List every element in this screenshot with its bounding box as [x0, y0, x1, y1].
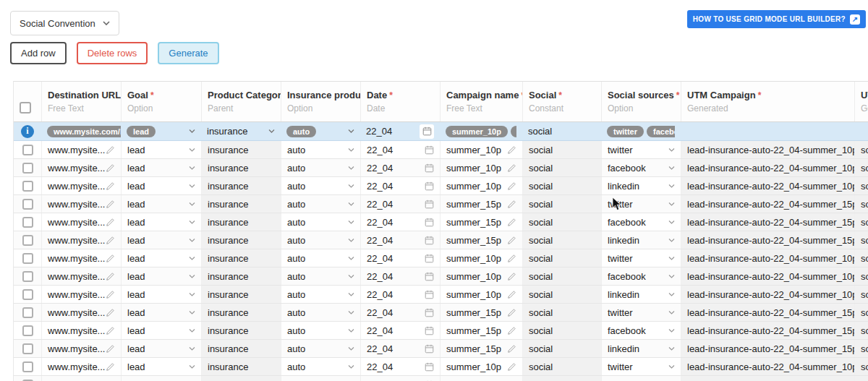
pencil-icon[interactable] — [106, 326, 115, 335]
calendar-icon[interactable] — [425, 200, 434, 209]
chevron-down-icon[interactable] — [189, 311, 195, 314]
social-sources-cell[interactable]: twitter — [601, 304, 681, 321]
pencil-icon[interactable] — [507, 308, 516, 317]
date-cell[interactable]: 22_04 — [360, 177, 440, 194]
row-checkbox[interactable] — [22, 343, 33, 354]
chevron-down-icon[interactable] — [668, 347, 675, 351]
pencil-icon[interactable] — [507, 163, 516, 173]
chevron-down-icon[interactable] — [189, 347, 195, 351]
chevron-down-icon[interactable] — [189, 129, 195, 133]
pencil-icon[interactable] — [106, 290, 115, 299]
pencil-icon[interactable] — [507, 236, 516, 245]
pencil-icon[interactable] — [106, 145, 115, 155]
help-button[interactable]: HOW TO USE GRID MODE URL BUILDER? ↗ — [687, 10, 866, 28]
chevron-down-icon[interactable] — [348, 311, 354, 314]
row-checkbox[interactable] — [22, 163, 33, 174]
calendar-icon[interactable] — [425, 181, 434, 191]
date-cell[interactable]: 22_04 — [360, 231, 440, 249]
calendar-icon[interactable] — [425, 218, 434, 227]
campaign-name-cell[interactable]: summer_10p — [440, 141, 522, 158]
campaign-chip[interactable]: summer_10p — [446, 126, 508, 137]
pencil-icon[interactable] — [106, 272, 115, 281]
social-sources-cell[interactable]: twitter — [601, 249, 681, 267]
row-checkbox[interactable] — [22, 217, 33, 228]
row-checkbox[interactable] — [22, 253, 33, 264]
row-checkbox[interactable] — [22, 235, 33, 246]
chevron-down-icon[interactable] — [189, 184, 195, 188]
chevron-down-icon[interactable] — [348, 347, 354, 351]
social-sources-cell[interactable]: facebook — [601, 322, 681, 339]
date-cell[interactable]: 22_04 — [360, 340, 440, 357]
chevron-down-icon[interactable] — [189, 221, 195, 224]
calendar-icon[interactable] — [425, 254, 434, 263]
destination-url-cell[interactable]: www.mysite... — [41, 141, 121, 158]
destination-url-cell[interactable]: www.mysite... — [41, 358, 121, 375]
goal-cell[interactable]: lead — [121, 286, 201, 303]
source-chip[interactable]: twitter — [607, 126, 644, 137]
chevron-down-icon[interactable] — [668, 365, 675, 369]
calendar-icon[interactable] — [425, 163, 434, 173]
pencil-icon[interactable] — [106, 218, 115, 227]
edit-insurance-products-cell[interactable]: auto — [281, 122, 360, 140]
edit-date-cell[interactable]: 22_04 — [360, 122, 440, 140]
social-sources-cell[interactable]: facebook — [601, 159, 681, 176]
goal-cell[interactable]: lead — [121, 159, 201, 176]
date-cell[interactable]: 22_04 — [360, 286, 440, 303]
goal-cell[interactable]: lead — [121, 340, 201, 357]
chevron-down-icon[interactable] — [348, 184, 354, 188]
goal-cell[interactable]: lead — [121, 141, 201, 158]
generate-button[interactable]: Generate — [158, 42, 218, 64]
pencil-icon[interactable] — [507, 218, 516, 227]
insurance-products-cell[interactable]: auto — [281, 304, 360, 321]
insurance-products-cell[interactable]: auto — [281, 376, 360, 381]
campaign-chip[interactable]: summer_ — [511, 126, 516, 137]
destination-url-cell[interactable]: www.mysite... — [41, 231, 121, 249]
date-cell[interactable]: 22_04 — [360, 195, 440, 213]
social-sources-cell[interactable]: linkedin — [601, 177, 681, 194]
insurance-products-cell[interactable]: auto — [281, 231, 360, 249]
row-checkbox[interactable] — [22, 181, 33, 192]
pencil-icon[interactable] — [507, 344, 516, 354]
date-cell[interactable]: 22_04 — [360, 249, 440, 267]
add-row-button[interactable]: Add row — [10, 42, 67, 64]
pencil-icon[interactable] — [507, 254, 516, 263]
chevron-down-icon[interactable] — [668, 293, 675, 296]
campaign-name-cell[interactable]: summer_10p — [440, 249, 522, 267]
chevron-down-icon[interactable] — [348, 257, 354, 260]
pencil-icon[interactable] — [106, 362, 115, 372]
edit-campaign-name-cell[interactable]: summer_10p summer_ — [440, 122, 522, 140]
destination-url-cell[interactable]: www.mysite... — [41, 213, 121, 231]
chevron-down-icon[interactable] — [189, 202, 195, 206]
row-checkbox[interactable] — [22, 271, 33, 282]
row-checkbox[interactable] — [22, 289, 33, 300]
insurance-products-cell[interactable]: auto — [281, 195, 360, 213]
calendar-icon[interactable] — [425, 362, 434, 372]
date-cell[interactable]: 22_04 — [360, 141, 440, 158]
source-chip[interactable]: facebook — [647, 126, 675, 137]
insurance-products-cell[interactable]: auto — [281, 177, 360, 194]
destination-url-cell[interactable]: www.mysite... — [41, 249, 121, 267]
pencil-icon[interactable] — [106, 308, 115, 317]
pencil-icon[interactable] — [507, 326, 516, 335]
goal-cell[interactable]: lead — [121, 195, 201, 213]
goal-cell[interactable]: lead — [121, 376, 201, 381]
pencil-icon[interactable] — [507, 200, 516, 209]
date-cell[interactable]: 22_04 — [360, 376, 440, 381]
chevron-down-icon[interactable] — [668, 275, 675, 278]
pencil-icon[interactable] — [507, 290, 516, 299]
campaign-name-cell[interactable]: summer_10p — [440, 159, 522, 176]
campaign-name-cell[interactable]: summer_15p — [440, 304, 522, 321]
chevron-down-icon[interactable] — [189, 257, 195, 260]
chevron-down-icon[interactable] — [348, 239, 354, 242]
row-checkbox[interactable] — [22, 307, 33, 318]
chevron-down-icon[interactable] — [189, 166, 195, 170]
select-all-checkbox[interactable] — [20, 102, 31, 114]
chevron-down-icon[interactable] — [348, 329, 354, 333]
pencil-icon[interactable] — [106, 181, 115, 191]
url-chip[interactable]: www.mysite.com/blog/a — [47, 126, 121, 137]
chevron-down-icon[interactable] — [348, 148, 354, 152]
chevron-down-icon[interactable] — [668, 148, 675, 152]
goal-cell[interactable]: lead — [121, 177, 201, 194]
date-cell[interactable]: 22_04 — [360, 358, 440, 375]
campaign-name-cell[interactable]: summer_15p — [440, 213, 522, 231]
